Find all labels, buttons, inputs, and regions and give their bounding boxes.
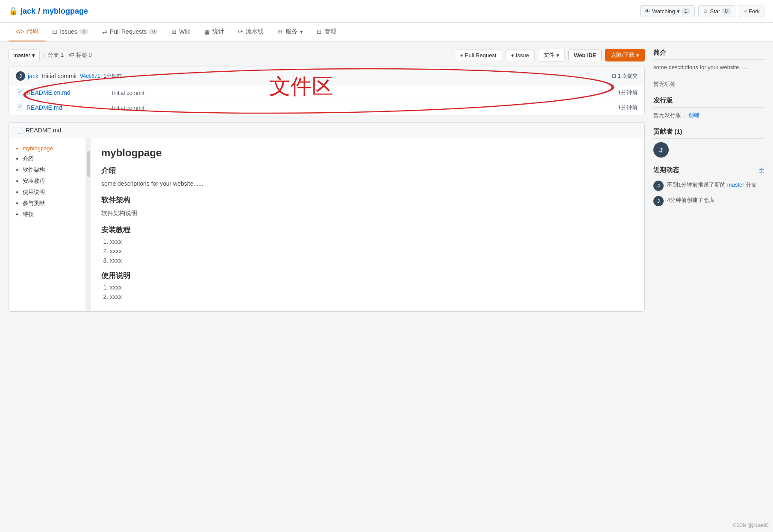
readme-nav-top[interactable]: myblogpage [23, 145, 79, 152]
wiki-icon: ⊞ [171, 28, 176, 35]
scroll-area[interactable] [86, 138, 91, 311]
watching-count: 1 [682, 8, 691, 15]
branch-selector[interactable]: master ▾ [9, 50, 40, 61]
issues-icon: ⊡ [52, 28, 57, 35]
file-button[interactable]: 文件 ▾ [538, 49, 565, 61]
contributor-avatar[interactable]: J [653, 142, 669, 158]
readme-usage-item: xxxx [110, 284, 634, 291]
readme-intro-text: some descriptions for your website...... [101, 179, 634, 188]
readme-install-item: xxxx [110, 238, 634, 245]
pipeline-icon: ⟳ [238, 28, 243, 35]
readme-section-install: 安装教程 [101, 225, 634, 235]
repo-toolbar: master ▾ ⑂ 分支 1 🏷 标签 0 + Pull Request + … [9, 49, 645, 61]
file-name-1[interactable]: README.en.md [26, 89, 112, 96]
sidebar-intro-title: 简介 [653, 49, 764, 60]
readme-nav-item[interactable]: 软件架构 [23, 166, 79, 174]
readme-title: README.md [26, 127, 61, 134]
tab-admin[interactable]: ⊟ 管理 [310, 23, 343, 41]
fork-label: Fork [749, 8, 760, 15]
sidebar-tags: 暂无标签 [653, 80, 764, 88]
tab-issues[interactable]: ⊡ Issues 0 [45, 23, 95, 41]
scroll-thumb [87, 151, 90, 177]
readme-section-intro: 介绍 [101, 166, 634, 175]
readme-usage-item: xxxx [110, 293, 634, 300]
commit-hash[interactable]: 94db671 [80, 73, 100, 79]
repo-link[interactable]: myblogpage [43, 7, 88, 16]
tab-wiki[interactable]: ⊞ Wiki [165, 23, 197, 41]
code-icon: </> [15, 28, 24, 35]
issue-button[interactable]: + Issue [506, 50, 535, 61]
lock-icon: 🔒 [9, 6, 18, 16]
activity-branch-link[interactable]: master [727, 181, 744, 188]
readme-file-icon: 📄 [16, 127, 23, 134]
tab-code[interactable]: </> 代码 [9, 23, 45, 41]
star-count: 0 [722, 8, 731, 15]
branch-meta: ⑂ 分支 1 🏷 标签 0 [43, 51, 92, 59]
file-name-2[interactable]: README.md [26, 104, 112, 111]
sidebar-release-text: 暂无发行版， [653, 112, 687, 118]
pr-icon: ⇄ [102, 28, 107, 35]
pr-badge: 0 [149, 29, 158, 35]
readme-header: 📄 README.md [9, 123, 644, 138]
branches-meta: ⑂ 分支 1 [43, 51, 64, 59]
activity-item-1: J 不到1分钟前推送了新的 master 分支 [653, 181, 764, 191]
chevron-down-icon: ▾ [677, 8, 680, 15]
issues-badge: 0 [80, 29, 88, 35]
readme-nav-item[interactable]: 使用说明 [23, 188, 79, 196]
file-commit-2: Initial commit [112, 105, 618, 111]
stats-icon: ▦ [204, 28, 210, 35]
sidebar-release-title: 发行版 [653, 96, 764, 108]
readme-content: myblogpage 介绍 some descriptions for your… [91, 138, 644, 311]
watching-button[interactable]: 👁 Watching ▾ 1 [640, 5, 695, 17]
star-label: Star [710, 8, 720, 15]
sidebar-tags-text: 暂无标签 [653, 81, 676, 87]
readme-nav-item[interactable]: 安装教程 [23, 177, 79, 185]
file-area-wrapper: J jack Initial commit 94db671 1分钟前 ⊡ 1 次… [9, 67, 645, 115]
readme-nav-item[interactable]: 介绍 [23, 155, 79, 163]
readme-install-list: xxxx xxxx xxxx [101, 238, 634, 264]
readme-main-title: myblogpage [101, 147, 634, 159]
branch-label: master [13, 52, 30, 58]
readme-nav-item[interactable]: 特技 [23, 210, 79, 218]
tab-service[interactable]: ⚙ 服务 ▾ [270, 23, 310, 41]
eye-icon: 👁 [645, 8, 650, 15]
page-header: 🔒 jack / myblogpage 👁 Watching ▾ 1 ☆ Sta… [0, 0, 773, 23]
tab-wiki-label: Wiki [179, 28, 190, 35]
activity-text-2: 4分钟前创建了仓库 [667, 196, 714, 205]
sidebar-intro: 简介 some descriptions for your website...… [653, 49, 764, 72]
webide-button[interactable]: Web IDE [568, 50, 602, 61]
sidebar-contributors-title: 贡献者 (1) [653, 128, 764, 139]
file-icon-2: 📄 [16, 104, 23, 111]
file-area: J jack Initial commit 94db671 1分钟前 ⊡ 1 次… [9, 67, 645, 115]
commit-user[interactable]: jack [28, 73, 38, 79]
fork-button[interactable]: ⑂ Fork [739, 6, 764, 17]
header-actions: 👁 Watching ▾ 1 ☆ Star 0 ⑂ Fork [640, 5, 764, 17]
tab-admin-label: 管理 [324, 28, 336, 35]
service-chevron-icon: ▾ [300, 28, 303, 35]
activity-avatar-2: J [653, 196, 664, 206]
tab-stats[interactable]: ▦ 统计 [197, 23, 231, 41]
clone-button[interactable]: 克隆/下载 ▾ [605, 49, 645, 61]
readme-section: 📄 README.md myblogpage 介绍 软件架构 安装教程 使用说明… [9, 122, 645, 312]
tags-meta: 🏷 标签 0 [69, 51, 91, 59]
readme-install-item: xxxx [110, 248, 634, 254]
file-row: 📄 README.md Initial commit 1分钟前 [9, 100, 644, 115]
repo-title: 🔒 jack / myblogpage [9, 6, 88, 16]
content-left: master ▾ ⑂ 分支 1 🏷 标签 0 + Pull Request + … [9, 49, 645, 312]
commit-message: Initial commit [42, 73, 77, 79]
star-button[interactable]: ☆ Star 0 [698, 5, 735, 17]
pull-request-button[interactable]: + Pull Request [455, 50, 502, 61]
sidebar-release-link[interactable]: 创建 [688, 112, 700, 118]
clone-chevron-icon: ▾ [636, 52, 639, 58]
readme-sidebar: myblogpage 介绍 软件架构 安装教程 使用说明 参与贡献 特技 [9, 138, 86, 311]
owner-link[interactable]: jack [21, 7, 35, 16]
tab-pullrequests[interactable]: ⇄ Pull Requests 0 [95, 23, 165, 41]
admin-icon: ⊟ [317, 28, 322, 35]
readme-usage-list: xxxx xxxx [101, 284, 634, 300]
sidebar-activity-all[interactable]: 全 [759, 167, 764, 174]
file-icon: 📄 [16, 89, 23, 96]
readme-nav-item[interactable]: 参与贡献 [23, 199, 79, 207]
readme-arch-text: 软件架构说明 [101, 208, 634, 218]
tab-pipeline[interactable]: ⟳ 流水线 [231, 23, 270, 41]
sidebar-intro-text: some descriptions for your website...... [653, 63, 764, 72]
